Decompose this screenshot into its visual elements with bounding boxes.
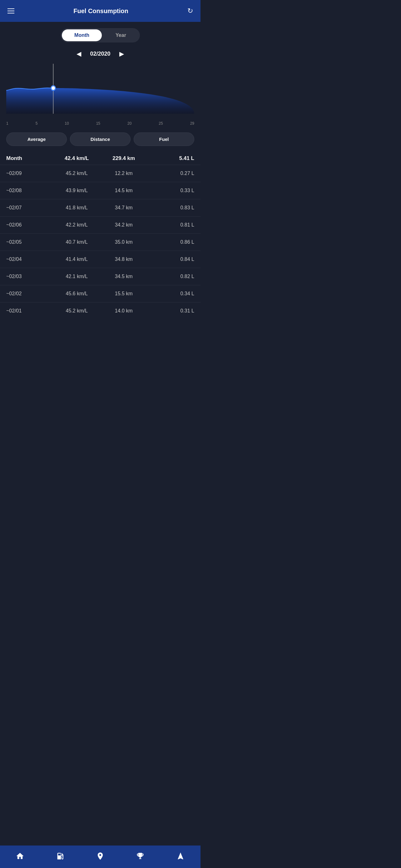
app-header: Fuel Consumption ↻: [0, 0, 201, 22]
row-distance: 12.2 km: [100, 170, 147, 176]
row-date: ~02/07: [6, 205, 54, 211]
row-fuel: 0.86 L: [147, 239, 195, 245]
row-average: 45.6 km/L: [54, 291, 101, 297]
table-row: ~02/09 45.2 km/L 12.2 km 0.27 L: [0, 165, 201, 182]
row-date: ~02/05: [6, 239, 54, 245]
table-row: ~02/08 43.9 km/L 14.5 km 0.33 L: [0, 182, 201, 199]
refresh-button[interactable]: ↻: [188, 7, 193, 15]
row-distance: 34.5 km: [100, 274, 147, 279]
x-label-25: 25: [159, 121, 163, 126]
row-average: 45.2 km/L: [54, 308, 101, 314]
summary-fuel: 5.41 L: [147, 155, 195, 161]
summary-average: 42.4 km/L: [54, 155, 101, 161]
daily-rows: ~02/09 45.2 km/L 12.2 km 0.27 L ~02/08 4…: [0, 165, 201, 319]
summary-row: Month 42.4 km/L 229.4 km 5.41 L: [0, 150, 201, 165]
row-date: ~02/03: [6, 274, 54, 279]
x-label-5: 5: [36, 121, 38, 126]
distance-column-button[interactable]: Distance: [70, 132, 131, 146]
table-row: ~02/06 42.2 km/L 34.2 km 0.81 L: [0, 216, 201, 234]
row-distance: 14.5 km: [100, 188, 147, 193]
current-period-label: 02/2020: [90, 51, 110, 57]
fuel-column-button[interactable]: Fuel: [134, 132, 194, 146]
toggle-container: Month Year: [61, 28, 140, 42]
year-tab[interactable]: Year: [103, 29, 139, 41]
x-label-29: 29: [190, 121, 194, 126]
fuel-chart: 1 5 10 15 20 25 29: [0, 64, 201, 126]
summary-distance: 229.4 km: [100, 155, 147, 161]
row-average: 43.9 km/L: [54, 188, 101, 193]
row-fuel: 0.27 L: [147, 170, 195, 176]
table-row: ~02/07 41.8 km/L 34.7 km 0.83 L: [0, 199, 201, 216]
table-row: ~02/03 42.1 km/L 34.5 km 0.82 L: [0, 268, 201, 285]
month-tab[interactable]: Month: [62, 29, 102, 41]
row-fuel: 0.81 L: [147, 222, 195, 228]
table-row: ~02/01 45.2 km/L 14.0 km 0.31 L: [0, 302, 201, 319]
row-distance: 34.7 km: [100, 205, 147, 211]
row-average: 42.1 km/L: [54, 274, 101, 279]
row-distance: 34.2 km: [100, 222, 147, 228]
x-label-15: 15: [96, 121, 100, 126]
table-row: ~02/02 45.6 km/L 15.5 km 0.34 L: [0, 285, 201, 302]
row-distance: 35.0 km: [100, 239, 147, 245]
row-distance: 34.8 km: [100, 256, 147, 262]
row-fuel: 0.33 L: [147, 188, 195, 193]
row-date: ~02/08: [6, 188, 54, 193]
average-column-button[interactable]: Average: [6, 132, 67, 146]
x-label-10: 10: [65, 121, 69, 126]
page-title: Fuel Consumption: [73, 7, 128, 15]
row-average: 41.8 km/L: [54, 205, 101, 211]
menu-button[interactable]: [7, 8, 14, 13]
row-date: ~02/02: [6, 291, 54, 297]
row-average: 40.7 km/L: [54, 239, 101, 245]
view-toggle: Month Year: [0, 22, 201, 45]
row-average: 41.4 km/L: [54, 256, 101, 262]
row-fuel: 0.31 L: [147, 308, 195, 314]
svg-point-1: [51, 86, 55, 90]
column-headers: Average Distance Fuel: [0, 126, 201, 150]
x-label-20: 20: [127, 121, 132, 126]
row-date: ~02/04: [6, 256, 54, 262]
next-period-button[interactable]: ▶: [117, 49, 127, 59]
data-table: Month 42.4 km/L 229.4 km 5.41 L ~02/09 4…: [0, 150, 201, 319]
row-fuel: 0.34 L: [147, 291, 195, 297]
table-row: ~02/05 40.7 km/L 35.0 km 0.86 L: [0, 234, 201, 251]
summary-date: Month: [6, 155, 54, 161]
row-distance: 15.5 km: [100, 291, 147, 297]
row-distance: 14.0 km: [100, 308, 147, 314]
row-average: 45.2 km/L: [54, 170, 101, 176]
row-date: ~02/09: [6, 170, 54, 176]
row-date: ~02/06: [6, 222, 54, 228]
row-average: 42.2 km/L: [54, 222, 101, 228]
row-fuel: 0.83 L: [147, 205, 195, 211]
chart-x-axis: 1 5 10 15 20 25 29: [6, 120, 194, 126]
chart-svg: [6, 64, 194, 114]
row-fuel: 0.82 L: [147, 274, 195, 279]
date-navigation: ◀ 02/2020 ▶: [0, 45, 201, 64]
prev-period-button[interactable]: ◀: [74, 49, 84, 59]
row-fuel: 0.84 L: [147, 256, 195, 262]
row-date: ~02/01: [6, 308, 54, 314]
x-label-1: 1: [6, 121, 8, 126]
table-row: ~02/04 41.4 km/L 34.8 km 0.84 L: [0, 251, 201, 268]
